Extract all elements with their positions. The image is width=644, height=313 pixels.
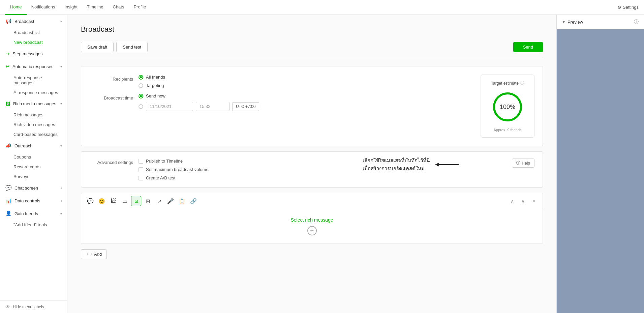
sidebar-item-chat-screen[interactable]: 💬 Chat screen ›	[0, 181, 67, 194]
send-button[interactable]: Send	[513, 42, 543, 52]
nav-insight[interactable]: Insight	[60, 0, 82, 15]
gain-chevron: ▾	[60, 212, 62, 216]
sidebar-item-ai-response[interactable]: AI response messages	[0, 88, 67, 97]
plus-icon[interactable]: +	[307, 226, 317, 235]
approx-label: Approx. 9 friends	[493, 128, 521, 132]
nav-notifications[interactable]: Notifications	[27, 0, 60, 15]
recipients-label: Recipients	[89, 75, 133, 82]
date-input[interactable]	[146, 102, 193, 111]
sidebar-item-auto-responses[interactable]: ↩ Automatic responses ▾	[0, 60, 67, 73]
targeting-option[interactable]: Targeting	[139, 83, 467, 88]
toolbar-video-btn[interactable]: ▭	[120, 196, 130, 206]
sidebar-item-rich-media[interactable]: 🖼 Rich media messages ▾	[0, 97, 67, 110]
toolbar-arrow-btn[interactable]: ↗	[154, 196, 164, 206]
auto-icon: ↩	[5, 63, 10, 69]
send-now-option[interactable]: Send now	[139, 93, 467, 98]
add-icon: +	[86, 252, 89, 257]
target-title: Target estimate ⓘ	[491, 80, 524, 86]
toolbar-link-btn[interactable]: 🔗	[188, 196, 198, 206]
publish-timeline-checkbox[interactable]	[139, 159, 143, 164]
help-icon: ⓘ	[516, 160, 520, 166]
toolbar-down-btn[interactable]: ∨	[518, 196, 528, 206]
toolbar-clipboard-btn[interactable]: 📋	[177, 196, 187, 206]
target-estimate-box: Target estimate ⓘ 100% Approx. 9 friends	[481, 75, 534, 138]
chat-screen-icon: 💬	[5, 185, 12, 191]
settings-link[interactable]: ⚙ Settings	[617, 5, 639, 10]
add-button[interactable]: + + Add	[81, 249, 107, 259]
preview-info-icon[interactable]: ⓘ	[634, 19, 639, 25]
time-input[interactable]	[196, 102, 229, 111]
sidebar-item-broadcast[interactable]: 📢 Broadcast ▾	[0, 15, 67, 28]
steps-icon: ⇢	[5, 51, 10, 57]
sidebar-item-gain-friends[interactable]: 👤 Gain friends ▾	[0, 207, 67, 220]
sidebar-item-card-based[interactable]: Card-based messages	[0, 130, 67, 139]
advanced-settings-section: Advanced settings Publish to Timeline Se…	[81, 151, 543, 188]
timezone-badge: UTC +7:00	[232, 102, 259, 111]
toolbar-emoji-btn[interactable]: 😊	[97, 196, 107, 206]
send-now-radio[interactable]	[139, 94, 143, 98]
preview-body	[557, 29, 644, 313]
advanced-options: Publish to Timeline Set maximum broadcas…	[139, 159, 507, 180]
broadcast-time-row: Broadcast time Send now UTC +7:00	[89, 93, 467, 111]
auto-chevron: ▾	[60, 65, 62, 68]
toolbar-grid-btn[interactable]: ⊞	[143, 196, 153, 206]
hide-icon: 👁	[5, 304, 10, 310]
max-volume-checkbox[interactable]	[139, 167, 143, 172]
toolbar-chat-btn[interactable]: 💬	[85, 196, 95, 206]
sidebar-item-add-friend-tools[interactable]: "Add friend" tools	[0, 220, 67, 230]
hide-menu-labels[interactable]: 👁 Hide menu labels	[0, 301, 67, 313]
message-editor: 💬 😊 🖼 ▭ ⊡ ⊞ ↗ 🎤 📋 🔗 ∧ ∨ ✕ Select rich me…	[81, 193, 543, 244]
all-friends-option[interactable]: All friends	[139, 75, 467, 80]
toolbar-mic-btn[interactable]: 🎤	[165, 196, 176, 206]
publish-timeline-option[interactable]: Publish to Timeline	[139, 159, 507, 164]
ab-test-checkbox[interactable]	[139, 176, 143, 180]
sidebar-item-auto-response-messages[interactable]: Auto-response messages	[0, 73, 67, 88]
scheduled-radio[interactable]	[139, 104, 143, 109]
scheduled-option[interactable]: UTC +7:00	[139, 102, 467, 111]
outreach-icon: 📣	[5, 143, 12, 149]
sidebar-item-rich-messages[interactable]: Rich messages	[0, 110, 67, 120]
save-draft-button[interactable]: Save draft	[81, 42, 114, 52]
main-content: Broadcast Save draft Send test Send Reci…	[67, 15, 556, 313]
editor-body: Select rich message +	[81, 209, 543, 244]
broadcast-time-label: Broadcast time	[89, 93, 133, 101]
toolbar-image-btn[interactable]: 🖼	[108, 196, 118, 206]
toolbar-close-btn[interactable]: ✕	[529, 196, 539, 206]
recipients-section: Recipients All friends Targeting	[81, 66, 543, 146]
broadcast-time-options: Send now UTC +7:00	[139, 93, 467, 111]
sidebar-item-outreach[interactable]: 📣 Outreach ▾	[0, 139, 67, 152]
sidebar-item-reward-cards[interactable]: Reward cards	[0, 162, 67, 172]
ab-test-option[interactable]: Create A/B test	[139, 175, 507, 180]
nav-chats[interactable]: Chats	[108, 0, 129, 15]
sidebar-item-surveys[interactable]: Surveys	[0, 172, 67, 181]
action-bar: Save draft Send test Send	[81, 42, 543, 58]
data-chevron: ›	[61, 199, 62, 203]
info-icon[interactable]: ⓘ	[520, 80, 524, 86]
send-test-button[interactable]: Send test	[116, 42, 148, 52]
recipients-options: All friends Targeting	[139, 75, 467, 88]
broadcast-chevron: ▾	[60, 20, 62, 23]
nav-home[interactable]: Home	[5, 0, 27, 15]
sidebar-item-data-controls[interactable]: 📊 Data controls ›	[0, 194, 67, 207]
select-rich-message[interactable]: Select rich message +	[290, 217, 333, 235]
max-volume-option[interactable]: Set maximum broadcast volume	[139, 167, 507, 172]
sidebar-item-step-messages[interactable]: ⇢ Step messages	[0, 47, 67, 60]
sidebar-item-coupons[interactable]: Coupons	[0, 152, 67, 162]
rich-media-icon: 🖼	[5, 101, 10, 107]
sidebar-item-broadcast-list[interactable]: Broadcast list	[0, 28, 67, 37]
target-circle: 100%	[491, 90, 524, 124]
preview-chevron: ▼	[562, 20, 565, 24]
preview-header: ▼ Preview ⓘ	[557, 15, 644, 29]
broadcast-icon: 📢	[5, 18, 12, 24]
advanced-row: Advanced settings Publish to Timeline Se…	[89, 159, 534, 180]
nav-timeline[interactable]: Timeline	[82, 0, 108, 15]
sidebar-item-new-broadcast[interactable]: New broadcast	[0, 37, 67, 47]
nav-profile[interactable]: Profile	[129, 0, 151, 15]
sidebar-item-rich-video[interactable]: Rich video messages	[0, 120, 67, 130]
toolbar-up-btn[interactable]: ∧	[508, 196, 517, 206]
outreach-chevron: ▾	[60, 144, 62, 148]
help-button[interactable]: ⓘ Help	[512, 159, 534, 168]
toolbar-rich-btn[interactable]: ⊡	[131, 196, 141, 206]
all-friends-radio[interactable]	[139, 75, 143, 80]
targeting-radio[interactable]	[139, 83, 143, 88]
